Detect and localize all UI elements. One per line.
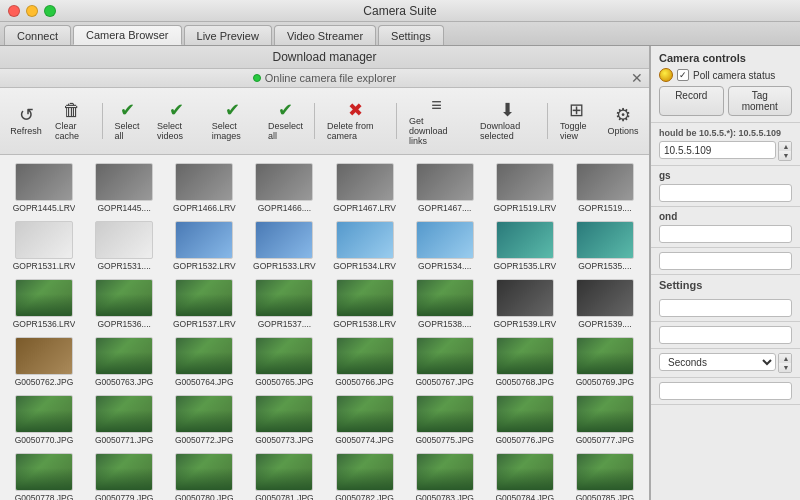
ip-label: hould be 10.5.5.*): 10.5.5.109 (659, 127, 792, 138)
ip-input[interactable] (659, 141, 776, 159)
gs-input[interactable] (659, 184, 792, 202)
file-thumbnail (15, 453, 73, 491)
file-thumbnail (255, 279, 313, 317)
camera-controls-title: Camera controls (659, 52, 792, 64)
file-item[interactable]: G0050770.JPG (6, 393, 82, 447)
file-item[interactable]: G0050780.JPG (166, 451, 242, 500)
file-item[interactable]: G0050766.JPG (327, 335, 403, 389)
deselect-all-button[interactable]: ✔ Deselect all (262, 97, 310, 145)
tag-moment-button[interactable]: Tag moment (728, 86, 793, 116)
file-item[interactable]: GOPR1533.LRV (246, 219, 322, 273)
file-item[interactable]: G0050775.JPG (407, 393, 483, 447)
file-item[interactable]: GOPR1531.LRV (6, 219, 82, 273)
file-item[interactable]: GOPR1531.... (86, 219, 162, 273)
seconds-stepper-up[interactable]: ▲ (779, 354, 792, 363)
file-item[interactable]: G0050767.JPG (407, 335, 483, 389)
file-item[interactable]: GOPR1537.LRV (166, 277, 242, 331)
blank-section-2 (651, 295, 800, 322)
file-item[interactable]: GOPR1467.... (407, 161, 483, 215)
ond-input[interactable] (659, 225, 792, 243)
close-button[interactable] (8, 5, 20, 17)
blank-input-2[interactable] (659, 299, 792, 317)
toggle-view-button[interactable]: ⊞ Toggle view (553, 97, 601, 145)
file-item[interactable]: G0050778.JPG (6, 451, 82, 500)
file-item[interactable]: G0050785.JPG (567, 451, 643, 500)
options-button[interactable]: ⚙ Options (603, 102, 643, 140)
tab-connect[interactable]: Connect (4, 25, 71, 45)
select-all-button[interactable]: ✔ Select all (108, 97, 148, 145)
file-item[interactable]: GOPR1535.... (567, 219, 643, 273)
file-item[interactable]: GOPR1519.LRV (487, 161, 563, 215)
file-item[interactable]: GOPR1534.LRV (327, 219, 403, 273)
delete-from-camera-button[interactable]: ✖ Delete from camera (320, 97, 391, 145)
file-thumbnail (95, 337, 153, 375)
window-title: Camera Suite (363, 4, 436, 18)
blank-input-1[interactable] (659, 252, 792, 270)
tab-live-preview[interactable]: Live Preview (184, 25, 272, 45)
blank-input-3[interactable] (659, 326, 792, 344)
file-item[interactable]: G0050762.JPG (6, 335, 82, 389)
file-item[interactable]: G0050781.JPG (246, 451, 322, 500)
file-item[interactable]: GOPR1445.... (86, 161, 162, 215)
file-item[interactable]: GOPR1532.LRV (166, 219, 242, 273)
file-item[interactable]: G0050763.JPG (86, 335, 162, 389)
file-item[interactable]: GOPR1519.... (567, 161, 643, 215)
get-download-links-button[interactable]: ≡ Get download links (402, 92, 471, 150)
file-item[interactable]: G0050769.JPG (567, 335, 643, 389)
file-item[interactable]: G0050779.JPG (86, 451, 162, 500)
ip-stepper-up[interactable]: ▲ (779, 142, 792, 151)
file-grid-container[interactable]: GOPR1445.LRVGOPR1445....GOPR1466.LRVGOPR… (0, 155, 649, 500)
file-name: G0050772.JPG (175, 435, 234, 445)
file-item[interactable]: GOPR1539.LRV (487, 277, 563, 331)
file-item[interactable]: GOPR1536.LRV (6, 277, 82, 331)
file-item[interactable]: G0050765.JPG (246, 335, 322, 389)
file-item[interactable]: GOPR1535.LRV (487, 219, 563, 273)
explorer-close-button[interactable]: ✕ (631, 71, 643, 85)
tab-camera-browser[interactable]: Camera Browser (73, 25, 182, 45)
poll-checkbox[interactable]: ✓ (677, 69, 689, 81)
file-item[interactable]: GOPR1539.... (567, 277, 643, 331)
file-item[interactable]: GOPR1466.... (246, 161, 322, 215)
file-thumbnail (336, 279, 394, 317)
blank-input-4[interactable] (659, 382, 792, 400)
record-button[interactable]: Record (659, 86, 724, 116)
clear-cache-button[interactable]: 🗑 Clear cache (48, 97, 97, 145)
file-item[interactable]: G0050772.JPG (166, 393, 242, 447)
file-item[interactable]: G0050764.JPG (166, 335, 242, 389)
maximize-button[interactable] (44, 5, 56, 17)
file-thumbnail (416, 163, 474, 201)
minimize-button[interactable] (26, 5, 38, 17)
toolbar-divider-3 (396, 103, 397, 139)
file-item[interactable]: GOPR1445.LRV (6, 161, 82, 215)
file-thumbnail (15, 163, 73, 201)
file-item[interactable]: GOPR1534.... (407, 219, 483, 273)
file-name: G0050769.JPG (576, 377, 635, 387)
file-item[interactable]: G0050774.JPG (327, 393, 403, 447)
file-item[interactable]: G0050768.JPG (487, 335, 563, 389)
file-item[interactable]: G0050782.JPG (327, 451, 403, 500)
file-item[interactable]: G0050783.JPG (407, 451, 483, 500)
file-item[interactable]: G0050773.JPG (246, 393, 322, 447)
file-item[interactable]: GOPR1536.... (86, 277, 162, 331)
download-selected-button[interactable]: ⬇ Download selected (473, 97, 542, 145)
file-item[interactable]: GOPR1538.... (407, 277, 483, 331)
file-name: GOPR1536.... (97, 319, 150, 329)
file-item[interactable]: GOPR1466.LRV (166, 161, 242, 215)
tab-settings[interactable]: Settings (378, 25, 444, 45)
tab-video-streamer[interactable]: Video Streamer (274, 25, 376, 45)
file-item[interactable]: G0050777.JPG (567, 393, 643, 447)
file-item[interactable]: G0050771.JPG (86, 393, 162, 447)
seconds-select[interactable]: Seconds (659, 353, 776, 371)
select-images-button[interactable]: ✔ Select images (205, 97, 260, 145)
file-item[interactable]: G0050784.JPG (487, 451, 563, 500)
file-item[interactable]: G0050776.JPG (487, 393, 563, 447)
file-item[interactable]: GOPR1538.LRV (327, 277, 403, 331)
ip-stepper-down[interactable]: ▼ (779, 151, 792, 160)
select-videos-button[interactable]: ✔ Select videos (150, 97, 203, 145)
file-item[interactable]: GOPR1537.... (246, 277, 322, 331)
seconds-stepper-down[interactable]: ▼ (779, 363, 792, 372)
refresh-button[interactable]: ↺ Refresh (6, 102, 46, 140)
seconds-input-row: Seconds ▲ ▼ (659, 353, 792, 373)
file-item[interactable]: GOPR1467.LRV (327, 161, 403, 215)
file-name: G0050785.JPG (576, 493, 635, 500)
